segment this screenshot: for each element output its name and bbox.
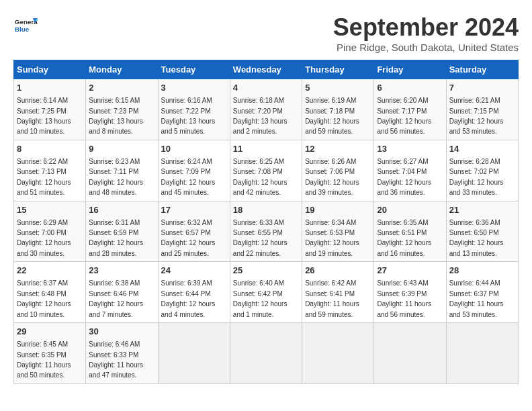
day-cell: 20Sunrise: 6:35 AMSunset: 6:51 PMDayligh… [374,201,446,262]
day-info: Sunrise: 6:46 AMSunset: 6:33 PMDaylight:… [89,340,143,379]
day-number: 9 [89,143,154,155]
day-info: Sunrise: 6:18 AMSunset: 7:20 PMDaylight:… [233,97,287,135]
day-cell [158,323,230,384]
day-number: 2 [89,82,154,94]
day-cell: 3Sunrise: 6:16 AMSunset: 7:22 PMDaylight… [158,79,230,140]
day-number: 17 [161,204,227,216]
day-cell: 5Sunrise: 6:19 AMSunset: 7:18 PMDaylight… [302,79,374,140]
day-cell: 22Sunrise: 6:37 AMSunset: 6:48 PMDayligh… [14,262,86,323]
day-info: Sunrise: 6:34 AMSunset: 6:53 PMDaylight:… [305,219,359,257]
day-number: 6 [377,82,443,94]
svg-text:Blue: Blue [15,26,30,33]
day-cell: 2Sunrise: 6:15 AMSunset: 7:23 PMDaylight… [86,79,158,140]
day-info: Sunrise: 6:15 AMSunset: 7:23 PMDaylight:… [89,97,143,135]
day-number: 30 [89,326,154,338]
day-cell: 6Sunrise: 6:20 AMSunset: 7:17 PMDaylight… [374,79,446,140]
day-number: 23 [89,265,154,277]
day-cell: 1Sunrise: 6:14 AMSunset: 7:25 PMDaylight… [14,79,86,140]
week-row-2: 8Sunrise: 6:22 AMSunset: 7:13 PMDaylight… [14,140,519,201]
day-info: Sunrise: 6:22 AMSunset: 7:13 PMDaylight:… [17,158,71,196]
day-info: Sunrise: 6:16 AMSunset: 7:22 PMDaylight:… [161,97,216,135]
day-info: Sunrise: 6:31 AMSunset: 6:59 PMDaylight:… [89,219,143,257]
day-info: Sunrise: 6:39 AMSunset: 6:44 PMDaylight:… [161,279,216,318]
day-info: Sunrise: 6:32 AMSunset: 6:57 PMDaylight:… [161,219,216,257]
day-cell: 13Sunrise: 6:27 AMSunset: 7:04 PMDayligh… [374,140,446,201]
day-number: 1 [17,82,83,94]
day-number: 10 [161,143,227,155]
day-info: Sunrise: 6:25 AMSunset: 7:08 PMDaylight:… [233,158,287,196]
day-cell: 19Sunrise: 6:34 AMSunset: 6:53 PMDayligh… [302,201,374,262]
day-info: Sunrise: 6:45 AMSunset: 6:35 PMDaylight:… [17,340,71,379]
logo: General Blue [13,13,38,38]
day-cell: 24Sunrise: 6:39 AMSunset: 6:44 PMDayligh… [158,262,230,323]
day-cell [230,323,302,384]
day-cell: 16Sunrise: 6:31 AMSunset: 6:59 PMDayligh… [86,201,158,262]
day-cell: 25Sunrise: 6:40 AMSunset: 6:42 PMDayligh… [230,262,302,323]
day-cell: 18Sunrise: 6:33 AMSunset: 6:55 PMDayligh… [230,201,302,262]
day-cell [302,323,374,384]
day-cell: 11Sunrise: 6:25 AMSunset: 7:08 PMDayligh… [230,140,302,201]
day-number: 22 [17,265,83,277]
day-number: 18 [233,204,299,216]
day-number: 8 [17,143,83,155]
col-header-monday: Monday [86,60,158,79]
day-number: 13 [377,143,443,155]
day-number: 3 [161,82,227,94]
header-row: SundayMondayTuesdayWednesdayThursdayFrid… [14,60,519,79]
day-number: 28 [449,265,515,277]
day-cell: 29Sunrise: 6:45 AMSunset: 6:35 PMDayligh… [14,323,86,384]
day-number: 12 [305,143,371,155]
location-title: Pine Ridge, South Dakota, United States [333,42,519,53]
day-cell [374,323,446,384]
day-info: Sunrise: 6:38 AMSunset: 6:46 PMDaylight:… [89,279,143,318]
day-number: 29 [17,326,83,338]
day-info: Sunrise: 6:24 AMSunset: 7:09 PMDaylight:… [161,158,216,196]
day-number: 26 [305,265,371,277]
day-cell: 27Sunrise: 6:43 AMSunset: 6:39 PMDayligh… [374,262,446,323]
day-info: Sunrise: 6:33 AMSunset: 6:55 PMDaylight:… [233,219,287,257]
day-number: 5 [305,82,371,94]
col-header-wednesday: Wednesday [230,60,302,79]
col-header-saturday: Saturday [446,60,518,79]
day-number: 16 [89,204,154,216]
week-row-3: 15Sunrise: 6:29 AMSunset: 7:00 PMDayligh… [14,201,519,262]
day-number: 19 [305,204,371,216]
day-cell: 12Sunrise: 6:26 AMSunset: 7:06 PMDayligh… [302,140,374,201]
logo-icon: General Blue [13,13,38,38]
day-cell [446,323,518,384]
day-cell: 14Sunrise: 6:28 AMSunset: 7:02 PMDayligh… [446,140,518,201]
day-cell: 4Sunrise: 6:18 AMSunset: 7:20 PMDaylight… [230,79,302,140]
day-number: 15 [17,204,83,216]
day-cell: 15Sunrise: 6:29 AMSunset: 7:00 PMDayligh… [14,201,86,262]
col-header-sunday: Sunday [14,60,86,79]
day-number: 24 [161,265,227,277]
calendar-table: SundayMondayTuesdayWednesdayThursdayFrid… [13,60,519,384]
day-info: Sunrise: 6:21 AMSunset: 7:15 PMDaylight:… [449,97,504,135]
day-info: Sunrise: 6:37 AMSunset: 6:48 PMDaylight:… [17,279,71,318]
day-cell: 9Sunrise: 6:23 AMSunset: 7:11 PMDaylight… [86,140,158,201]
day-info: Sunrise: 6:28 AMSunset: 7:02 PMDaylight:… [449,158,504,196]
col-header-thursday: Thursday [302,60,374,79]
day-info: Sunrise: 6:20 AMSunset: 7:17 PMDaylight:… [377,97,431,135]
month-title: September 2024 [333,13,519,42]
title-block: September 2024 Pine Ridge, South Dakota,… [333,13,519,53]
day-info: Sunrise: 6:19 AMSunset: 7:18 PMDaylight:… [305,97,359,135]
day-info: Sunrise: 6:29 AMSunset: 7:00 PMDaylight:… [17,219,71,257]
day-number: 27 [377,265,443,277]
col-header-tuesday: Tuesday [158,60,230,79]
day-info: Sunrise: 6:14 AMSunset: 7:25 PMDaylight:… [17,97,71,135]
day-info: Sunrise: 6:36 AMSunset: 6:50 PMDaylight:… [449,219,504,257]
day-info: Sunrise: 6:23 AMSunset: 7:11 PMDaylight:… [89,158,143,196]
day-number: 11 [233,143,299,155]
day-info: Sunrise: 6:27 AMSunset: 7:04 PMDaylight:… [377,158,431,196]
week-row-5: 29Sunrise: 6:45 AMSunset: 6:35 PMDayligh… [14,323,519,384]
day-info: Sunrise: 6:44 AMSunset: 6:37 PMDaylight:… [449,279,504,318]
day-number: 4 [233,82,299,94]
day-number: 7 [449,82,515,94]
day-cell: 7Sunrise: 6:21 AMSunset: 7:15 PMDaylight… [446,79,518,140]
day-cell: 8Sunrise: 6:22 AMSunset: 7:13 PMDaylight… [14,140,86,201]
day-info: Sunrise: 6:35 AMSunset: 6:51 PMDaylight:… [377,219,431,257]
day-cell: 30Sunrise: 6:46 AMSunset: 6:33 PMDayligh… [86,323,158,384]
day-info: Sunrise: 6:26 AMSunset: 7:06 PMDaylight:… [305,158,359,196]
week-row-1: 1Sunrise: 6:14 AMSunset: 7:25 PMDaylight… [14,79,519,140]
